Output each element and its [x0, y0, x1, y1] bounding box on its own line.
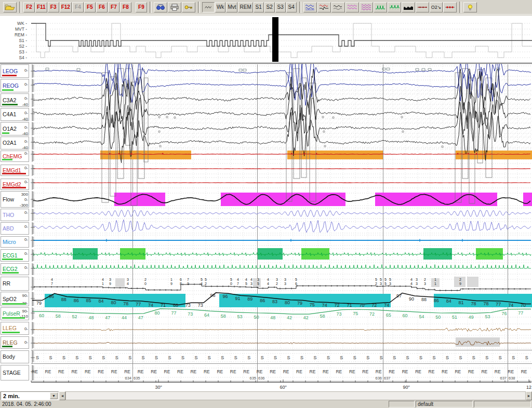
stage-value: RE: [111, 369, 117, 374]
fkey-button-f5[interactable]: F5: [84, 2, 96, 12]
toolbar-separator: [150, 2, 152, 13]
rr-value: 33: [416, 278, 418, 285]
key-button[interactable]: [182, 2, 195, 12]
stage-button-s1[interactable]: S1: [254, 2, 264, 12]
channel-label-RLEG[interactable]: RLEG0-: [1, 336, 29, 349]
scroll-left-button[interactable]: ◄: [59, 391, 65, 400]
stage-button-wk[interactable]: Wk: [215, 2, 225, 12]
channel-label-Flow[interactable]: Flow3000--300: [1, 191, 29, 208]
channel-label-O2A1[interactable]: O2A10--40: [1, 137, 29, 149]
o2-desat-button[interactable]: O2↘: [430, 2, 443, 12]
channel-label-ABD[interactable]: ABD0-: [1, 222, 29, 235]
stage-button-group: WkMvtREMS1S2S3S4: [215, 2, 297, 12]
channel-label-EMGd1[interactable]: EMGd10-: [1, 165, 29, 176]
pulse-value: 64: [204, 312, 209, 318]
channel-label-O1A2[interactable]: O1A20--40: [1, 122, 29, 135]
rr-value: 44: [267, 278, 269, 285]
fkey-button-f7[interactable]: F7: [108, 2, 119, 12]
channel-label-ECG2[interactable]: ECG20-: [1, 263, 29, 275]
fkey-button-f3[interactable]: F3: [48, 2, 59, 12]
lightbulb-button[interactable]: [463, 2, 477, 12]
channel-label-C4A1[interactable]: C4A10--40: [1, 108, 29, 121]
spo2-value: 84: [446, 298, 451, 304]
ecg2-montage-button[interactable]: [388, 2, 401, 12]
fkey-button-f12[interactable]: F12: [60, 2, 72, 12]
stage-value: RE: [151, 369, 157, 374]
pulse-value: 60: [39, 313, 44, 318]
trend-mode-button[interactable]: [202, 2, 215, 12]
scroll-right-button[interactable]: ►: [526, 391, 532, 400]
event-marks-button[interactable]: [443, 2, 457, 12]
stage-button-s3[interactable]: S3: [275, 2, 286, 12]
body-position-value: S: [380, 355, 383, 360]
rr-value: 29: [459, 278, 461, 285]
channel-label-ECG1[interactable]: ECG10-: [1, 249, 29, 262]
channel-label-LEOG[interactable]: LEOG0-: [1, 64, 29, 78]
channel-name: EMGd1: [3, 167, 21, 173]
rr-value: 32: [276, 278, 278, 285]
epoch-number-left: 637: [500, 376, 507, 380]
spo2-value: 79: [36, 301, 42, 306]
open-file-button[interactable]: [3, 2, 17, 12]
stage-button-s2[interactable]: S2: [264, 2, 275, 12]
fkey-button-f9[interactable]: F9: [136, 2, 147, 12]
hypnogram-plot[interactable]: [0, 16, 532, 63]
body-position-value: S: [181, 355, 184, 360]
horizontal-scrollbar-track[interactable]: [65, 391, 526, 400]
body-position-value: S: [115, 355, 118, 360]
fkey-button-f2[interactable]: F2: [23, 2, 35, 12]
dropdown-arrow-icon[interactable]: ▼: [50, 392, 58, 399]
window-length-select[interactable]: 2 min. ▼: [1, 391, 59, 400]
fkey-button-f8[interactable]: F8: [120, 2, 131, 12]
channel-name: O2A1: [3, 140, 17, 146]
pulse-value: 60: [403, 313, 408, 318]
channel-label-C3A2[interactable]: C3A20--40: [1, 93, 29, 107]
channel-label-THO[interactable]: THO0-: [1, 209, 29, 221]
fkey-button-f6[interactable]: F6: [96, 2, 108, 12]
channel-label-REOG[interactable]: REOG0-: [1, 79, 29, 92]
stage-button-mvt[interactable]: Mvt: [226, 2, 237, 12]
stage-button-s4[interactable]: S4: [286, 2, 297, 12]
channel-label-PulseR[interactable]: PulseR90--110: [1, 307, 29, 320]
ecg-montage-button[interactable]: [374, 2, 387, 12]
flow-view-button[interactable]: [402, 2, 415, 12]
body-position-value: S: [194, 355, 197, 360]
spo2-value: 96: [49, 294, 54, 299]
pulse-value: 58: [320, 314, 325, 319]
body-position-value: S: [499, 355, 502, 360]
channel-label-SpO2[interactable]: SpO290-70-: [1, 292, 29, 306]
pulse-value: 47: [138, 315, 143, 320]
channel-scale: 0-: [24, 340, 28, 345]
eeg-montage-button[interactable]: [331, 2, 345, 12]
channel-label-ChEMG[interactable]: ChEMG0-: [1, 151, 29, 162]
resp-montage-button[interactable]: [345, 2, 359, 12]
spo2-value: 74: [508, 303, 513, 308]
spo2-value: 85: [86, 298, 91, 303]
saturation-view-button[interactable]: [416, 2, 429, 12]
channel-label-Micro[interactable]: Micro0-: [1, 236, 29, 248]
toolbar-separator: [299, 2, 301, 13]
eog-montage-button[interactable]: [303, 2, 317, 12]
stage-button-rem[interactable]: REM: [238, 2, 252, 12]
channel-scale-ruler: [31, 179, 35, 190]
channel-label-EMGd2[interactable]: EMGd20-: [1, 179, 29, 190]
stage-value: RE: [177, 369, 183, 374]
pulse-value: 48: [88, 315, 94, 320]
channel-label-RR[interactable]: RR: [1, 277, 29, 291]
dark-red-events-icon: [417, 4, 428, 11]
signal-plot[interactable]: 4741393420196870545250474543354432335652…: [0, 63, 532, 391]
fkey-button-f11[interactable]: F11: [35, 2, 47, 12]
channel-label-Body[interactable]: Body: [1, 350, 29, 363]
channel-label-LLEG[interactable]: LLEG0-: [1, 322, 29, 335]
body-position-value: S: [287, 355, 290, 360]
stage-value: RE: [495, 369, 501, 374]
o2-label: O2↘: [431, 5, 442, 10]
emg-montage-button[interactable]: [317, 2, 331, 12]
find-button[interactable]: [154, 2, 167, 12]
resp2-montage-button[interactable]: [360, 2, 373, 12]
body-position-value: S: [353, 355, 356, 360]
print-button[interactable]: [168, 2, 181, 12]
stage-value: RE: [376, 369, 382, 374]
pulse-value: 48: [270, 315, 275, 320]
channel-label-STAGE[interactable]: STAGE: [1, 365, 29, 380]
